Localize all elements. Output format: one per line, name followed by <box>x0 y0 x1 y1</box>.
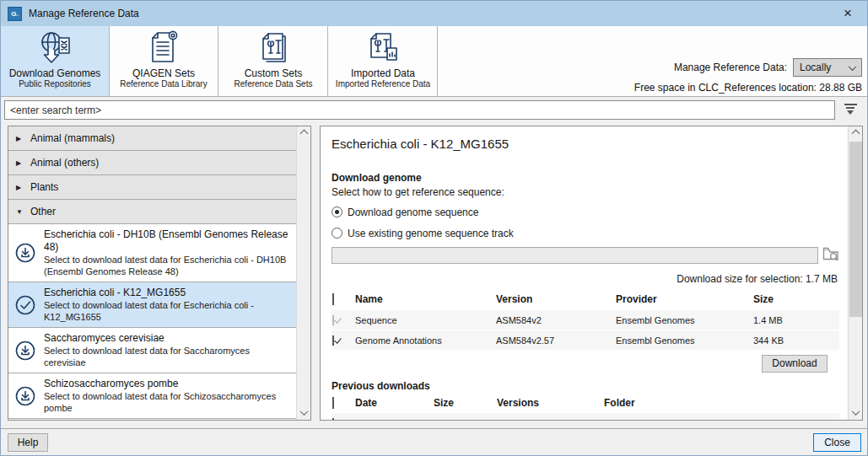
item-title: Saccharomyces cerevisiae <box>44 332 291 345</box>
files-table-header: Name Version Provider Size <box>332 289 839 309</box>
manage-location-label: Manage Reference Data: <box>674 61 787 74</box>
download-button[interactable]: Download <box>762 355 828 373</box>
category-other[interactable]: ▼ Other <box>8 200 296 224</box>
download-circle-icon <box>13 385 37 407</box>
tab-label: QIAGEN Sets <box>132 67 195 79</box>
radio-selected-icon <box>332 207 342 217</box>
dialog-footer: Help Close <box>1 428 867 455</box>
right-panel-scrollbar[interactable] <box>848 126 862 420</box>
collapsed-arrow-icon: ▶ <box>16 184 24 191</box>
search-input[interactable] <box>4 100 835 120</box>
row-checkbox-disabled <box>332 315 334 325</box>
chevron-down-icon <box>849 62 857 71</box>
manage-reference-data-dialog: G. Manage Reference Data × Download Geno… <box>0 0 868 456</box>
previous-downloads-table: Date Size Versions Folder 2023-10-18 1.8… <box>332 394 839 420</box>
item-subtitle: Select to download latest data for Schiz… <box>44 390 291 414</box>
titlebar: G. Manage Reference Data × <box>1 1 867 26</box>
help-button[interactable]: Help <box>8 433 48 452</box>
table-row[interactable]: 2023-10-18 1.8 MB ASM584v2 (...) Escheri… <box>332 413 839 420</box>
previous-downloads-heading: Previous downloads <box>332 380 839 392</box>
download-size-label: Download size for selection: 1.7 MB <box>332 273 839 285</box>
item-title: Escherichia coli - K12_MG1655 <box>44 287 291 299</box>
genome-list-panel: ▶ Animal (mammals) ▶ Animal (others) ▶ P… <box>8 126 311 421</box>
list-item-selected[interactable]: Escherichia coli - K12_MG1655 Select to … <box>8 282 296 328</box>
scroll-down-icon[interactable] <box>297 405 311 420</box>
item-subtitle: Select to download latest data for Esche… <box>44 254 291 277</box>
tab-custom-sets[interactable]: Custom Sets Reference Data Sets <box>219 26 328 96</box>
list-item[interactable]: Saccharomyces cerevisiae Select to downl… <box>8 328 296 373</box>
download-genome-heading: Download genome <box>332 172 839 184</box>
close-button[interactable]: Close <box>813 433 861 452</box>
expanded-arrow-icon: ▼ <box>16 208 24 216</box>
filter-icon[interactable] <box>844 104 857 116</box>
qiagen-sets-icon <box>145 29 182 67</box>
detail-title: Escherichia coli - K12_MG1655 <box>332 137 839 151</box>
scroll-up-icon[interactable] <box>297 126 311 141</box>
item-title: Escherichia coli - DH10B (Ensembl Genome… <box>44 228 291 254</box>
collapsed-arrow-icon: ▶ <box>16 135 24 142</box>
select-all-checkbox[interactable] <box>332 397 334 409</box>
tab-label: Download Genomes <box>9 67 101 79</box>
category-animal-mammals[interactable]: ▶ Animal (mammals) <box>8 126 296 151</box>
scroll-up-icon[interactable] <box>849 126 863 141</box>
list-item[interactable]: Escherichia coli - DH10B (Ensembl Genome… <box>8 224 296 282</box>
manage-location-value: Locally <box>800 62 831 73</box>
genome-track-input <box>332 247 818 264</box>
radio-unselected-icon <box>332 228 342 239</box>
genome-detail-panel: Escherichia coli - K12_MG1655 Download g… <box>320 126 863 421</box>
category-animal-others[interactable]: ▶ Animal (others) <box>8 151 296 175</box>
imported-data-icon <box>364 29 402 67</box>
manage-location-select[interactable]: Locally <box>793 58 862 77</box>
item-title: Schizosaccharomyces pombe <box>44 378 291 390</box>
tab-imported-data[interactable]: Imported Data Imported Reference Data <box>329 26 438 96</box>
window-title: Manage Reference Data <box>29 8 139 19</box>
row-checkbox[interactable] <box>332 418 334 421</box>
collapsed-arrow-icon: ▶ <box>16 159 24 167</box>
left-panel-scrollbar[interactable] <box>296 126 310 420</box>
radio-use-existing-track[interactable]: Use existing genome sequence track <box>332 226 839 240</box>
app-icon: G. <box>8 7 22 21</box>
radio-download-genome-sequence[interactable]: Download genome sequence <box>332 205 839 219</box>
search-row <box>1 97 867 124</box>
select-all-checkbox[interactable] <box>332 293 334 305</box>
check-circle-icon <box>13 294 37 316</box>
tab-sublabel: Imported Reference Data <box>336 79 430 89</box>
tab-qiagen-sets[interactable]: QIAGEN Sets Reference Data Library <box>110 26 218 96</box>
reference-sequence-subheading: Select how to get reference sequence: <box>332 186 839 198</box>
window-close-button[interactable]: × <box>828 1 867 26</box>
scrollbar-thumb[interactable] <box>849 142 862 317</box>
tab-label: Imported Data <box>351 67 415 79</box>
custom-sets-icon <box>255 29 292 67</box>
download-genomes-icon <box>36 29 73 67</box>
folder-link[interactable]: Escherichia_coli_K12_MG1655-2023-10-18-1… <box>604 418 839 421</box>
tab-sublabel: Reference Data Sets <box>235 79 313 89</box>
list-item[interactable]: Schizosaccharomyces pombe Select to down… <box>8 373 296 419</box>
scroll-down-icon[interactable] <box>849 405 863 420</box>
free-space-references: Free space in CLC_References location: 2… <box>634 81 862 94</box>
tab-bar: Download Genomes Public Repositories QIA… <box>1 26 867 97</box>
table-row[interactable]: Sequence ASM584v2 Ensembl Genomes 1.4 MB <box>332 310 839 330</box>
tab-label: Custom Sets <box>245 67 303 79</box>
category-plants[interactable]: ▶ Plants <box>8 175 296 200</box>
download-circle-icon <box>13 340 37 362</box>
tab-download-genomes[interactable]: Download Genomes Public Repositories <box>1 26 110 96</box>
browse-folder-icon[interactable] <box>822 246 839 264</box>
item-subtitle: Select to download latest data for Esche… <box>44 299 291 323</box>
download-circle-icon <box>13 242 37 264</box>
tab-sublabel: Reference Data Library <box>120 79 207 89</box>
table-row[interactable]: Genome Annotations ASM584v2.57 Ensembl G… <box>332 330 839 350</box>
item-subtitle: Select to download latest data for Sacch… <box>44 345 291 368</box>
close-icon: × <box>844 5 852 22</box>
row-checkbox[interactable] <box>332 335 334 346</box>
previous-table-header: Date Size Versions Folder <box>332 394 839 412</box>
tab-sublabel: Public Repositories <box>19 79 91 89</box>
files-table: Name Version Provider Size Sequence ASM5… <box>332 289 839 350</box>
